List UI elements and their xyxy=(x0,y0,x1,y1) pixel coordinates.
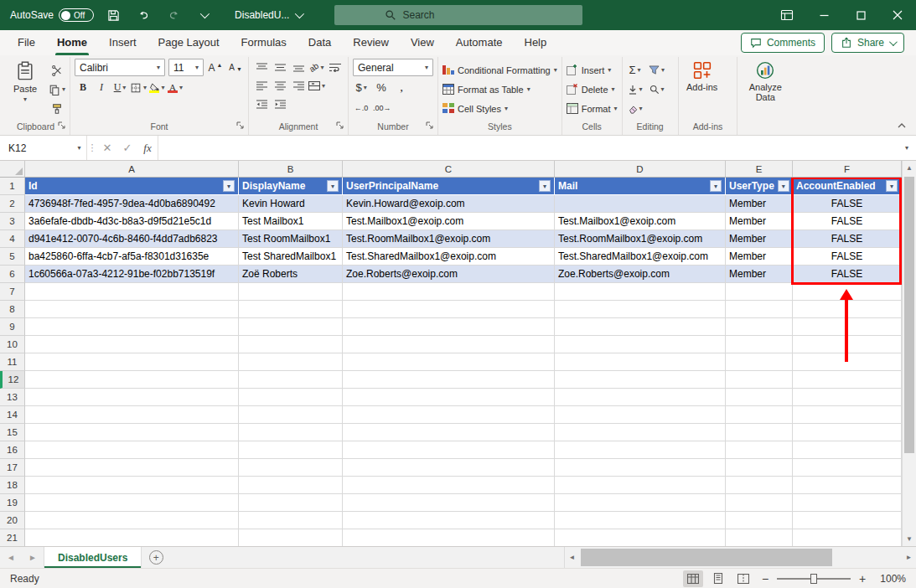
row-header-6[interactable]: 6 xyxy=(0,266,25,283)
select-all-corner[interactable] xyxy=(0,161,25,177)
cell-D16[interactable] xyxy=(555,441,726,459)
cell-D7[interactable] xyxy=(555,283,726,301)
column-header-F[interactable]: F xyxy=(793,161,902,177)
cell-B16[interactable] xyxy=(239,441,343,459)
cell-D12[interactable] xyxy=(555,371,726,389)
tab-review[interactable]: Review xyxy=(342,30,400,55)
cell-A6[interactable]: 1c60566a-07a3-4212-91be-f02bb713519f xyxy=(25,266,239,283)
page-break-view-button[interactable] xyxy=(733,570,753,587)
row-header-1[interactable]: 1 xyxy=(0,178,25,195)
cell-F5[interactable]: FALSE xyxy=(793,248,902,266)
cell-A3[interactable]: 3a6efafe-dbdb-4d3c-b8a3-d9f5d21e5c1d xyxy=(25,213,239,230)
delete-cells-button[interactable]: Delete ▾ xyxy=(567,81,618,97)
cell-C7[interactable] xyxy=(343,283,555,301)
cell-B1[interactable]: DisplayName▾ xyxy=(239,178,343,195)
copy-button[interactable]: ▾ xyxy=(49,80,65,98)
cell-E8[interactable] xyxy=(726,301,793,318)
clipboard-dialog-launcher-icon[interactable] xyxy=(58,120,65,132)
cell-D11[interactable] xyxy=(555,353,726,371)
cell-E18[interactable] xyxy=(726,477,793,494)
row-header-12[interactable]: 12 xyxy=(0,371,25,389)
cell-D14[interactable] xyxy=(555,406,726,424)
align-right-button[interactable] xyxy=(290,77,307,95)
cell-C21[interactable] xyxy=(343,529,555,546)
format-as-table-button[interactable]: Format as Table ▾ xyxy=(442,81,557,97)
cell-F6[interactable]: FALSE xyxy=(793,266,902,283)
scroll-down-button[interactable]: ▼ xyxy=(903,532,916,546)
close-button[interactable] xyxy=(879,0,916,30)
zoom-in-button[interactable]: + xyxy=(856,572,869,585)
formula-input[interactable] xyxy=(158,136,898,160)
cell-E1[interactable]: UserType▾ xyxy=(726,178,793,195)
conditional-formatting-button[interactable]: Conditional Formatting ▾ xyxy=(442,62,557,78)
column-header-B[interactable]: B xyxy=(239,161,343,177)
cell-C19[interactable] xyxy=(343,494,555,512)
cell-E4[interactable]: Member xyxy=(726,230,793,248)
cell-C15[interactable] xyxy=(343,424,555,441)
row-header-19[interactable]: 19 xyxy=(0,494,25,512)
row-header-18[interactable]: 18 xyxy=(0,477,25,494)
cell-B7[interactable] xyxy=(239,283,343,301)
row-header-4[interactable]: 4 xyxy=(0,230,25,248)
cell-A2[interactable]: 4736948f-7fed-4957-9dea-4d0ba6890492 xyxy=(25,195,239,213)
cell-D6[interactable]: Zoe.Roberts@exoip.com xyxy=(555,266,726,283)
filter-dropdown-icon[interactable]: ▾ xyxy=(778,180,789,192)
bold-button[interactable]: B xyxy=(75,79,91,96)
zoom-out-button[interactable]: − xyxy=(758,572,772,585)
wrap-text-button[interactable] xyxy=(327,59,344,76)
merge-center-button[interactable]: ▾ xyxy=(308,77,325,95)
tab-insert[interactable]: Insert xyxy=(98,30,147,55)
cell-C4[interactable]: Test.RoomMailbox1@exoip.com xyxy=(343,230,555,248)
addins-button[interactable]: Add-ins xyxy=(683,59,722,121)
filter-dropdown-icon[interactable]: ▾ xyxy=(539,180,551,192)
cancel-entry-button[interactable]: ✕ xyxy=(97,136,117,160)
row-header-11[interactable]: 11 xyxy=(0,353,25,371)
cell-E11[interactable] xyxy=(726,353,793,371)
cell-A16[interactable] xyxy=(25,441,239,459)
alignment-dialog-launcher-icon[interactable] xyxy=(336,120,344,132)
cell-F21[interactable] xyxy=(793,529,902,546)
zoom-level[interactable]: 100% xyxy=(874,573,906,585)
cell-D4[interactable]: Test.RoomMailbox1@exoip.com xyxy=(555,230,726,248)
cell-A8[interactable] xyxy=(25,301,239,318)
row-header-9[interactable]: 9 xyxy=(0,318,25,336)
format-painter-button[interactable] xyxy=(49,100,65,117)
cell-E19[interactable] xyxy=(726,494,793,512)
cell-C2[interactable]: Kevin.Howard@exoip.com xyxy=(343,195,555,213)
row-header-2[interactable]: 2 xyxy=(0,195,25,213)
cell-B11[interactable] xyxy=(239,353,343,371)
cell-styles-button[interactable]: Cell Styles ▾ xyxy=(442,101,557,116)
cell-C5[interactable]: Test.SharedMailbox1@exoip.com xyxy=(343,248,555,266)
cell-A4[interactable]: d941e412-0070-4c6b-8460-f4dd7adb6823 xyxy=(25,230,239,248)
decrease-font-size-button[interactable]: A▼ xyxy=(227,59,244,76)
cell-D18[interactable] xyxy=(555,477,726,494)
cell-B15[interactable] xyxy=(239,424,343,441)
cell-B8[interactable] xyxy=(239,301,343,318)
cell-B17[interactable] xyxy=(239,459,343,477)
cell-F17[interactable] xyxy=(793,459,902,477)
cell-E2[interactable]: Member xyxy=(726,195,793,213)
cell-C10[interactable] xyxy=(343,336,555,353)
font-dialog-launcher-icon[interactable] xyxy=(236,120,244,132)
save-button[interactable] xyxy=(102,3,124,27)
cell-F14[interactable] xyxy=(793,406,902,424)
tab-data[interactable]: Data xyxy=(298,30,342,55)
row-header-8[interactable]: 8 xyxy=(0,301,25,318)
undo-button[interactable] xyxy=(132,3,154,27)
sheet-tab-disabledusers[interactable]: DisabledUsers xyxy=(44,547,142,568)
sheet-nav-right-button[interactable]: ► xyxy=(22,547,44,568)
cell-A15[interactable] xyxy=(25,424,239,441)
orientation-button[interactable]: ab▾ xyxy=(308,59,325,76)
collapse-ribbon-button[interactable] xyxy=(894,120,909,132)
cell-E9[interactable] xyxy=(726,318,793,336)
cut-button[interactable] xyxy=(49,61,65,79)
sheet-nav-left-button[interactable]: ◄ xyxy=(0,547,22,568)
maximize-button[interactable] xyxy=(842,0,879,30)
cell-F3[interactable]: FALSE xyxy=(793,213,902,230)
cell-C8[interactable] xyxy=(343,301,555,318)
sort-filter-button[interactable]: ▾ xyxy=(649,61,665,79)
comma-style-button[interactable]: , xyxy=(393,79,410,96)
column-header-E[interactable]: E xyxy=(726,161,793,177)
cell-F13[interactable] xyxy=(793,389,902,406)
increase-indent-button[interactable] xyxy=(272,95,288,113)
